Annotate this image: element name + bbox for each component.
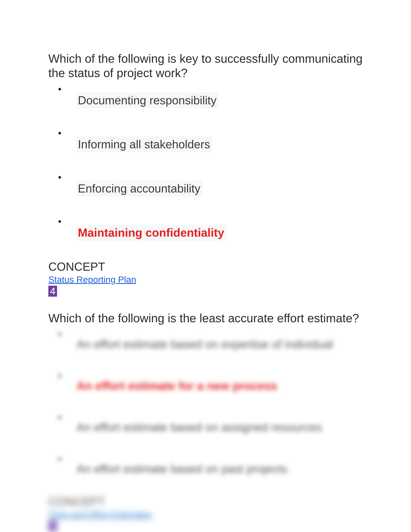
blurred-option-3-text: An effort estimate based on assigned res… [76, 421, 322, 434]
blurred-option-2: An effort estimate for a new process [58, 372, 363, 393]
blurred-option-1: An effort estimate based on expertise of… [58, 330, 363, 351]
option-1: Documenting responsibility [58, 85, 363, 108]
option-3: Enforcing accountability [58, 173, 363, 197]
question-1-options: Documenting responsibility Informing all… [48, 85, 363, 241]
option-4-text: Maintaining confidentiality [76, 225, 226, 241]
question-2-concept-blurred: CONCEPT Time and Effort Estimates 5 [48, 495, 363, 532]
blurred-option-2-text: An effort estimate for a new process [76, 379, 277, 393]
option-1-text: Documenting responsibility [76, 92, 219, 108]
question-1-block: Which of the following is key to success… [48, 52, 363, 297]
question-number-2: 5 [48, 521, 57, 532]
option-2-text: Informing all stakeholders [76, 136, 212, 152]
concept-link-2: Time and Effort Estimates [48, 509, 152, 520]
question-2-options-blurred: An effort estimate based on expertise of… [48, 330, 363, 475]
option-4: Maintaining confidentiality [58, 218, 363, 241]
blurred-option-3: An effort estimate based on assigned res… [58, 413, 363, 434]
concept-label-2: CONCEPT [48, 495, 363, 508]
blurred-option-1-text: An effort estimate based on expertise of… [76, 338, 333, 351]
question-1-text: Which of the following is key to success… [48, 52, 363, 80]
blurred-option-4: An effort estimate based on past project… [58, 455, 363, 475]
blurred-option-4-text: An effort estimate based on past project… [76, 462, 287, 475]
question-number-1: 4 [48, 286, 57, 297]
concept-label-1: CONCEPT [48, 260, 363, 273]
question-2-text: Which of the following is the least accu… [48, 311, 363, 325]
concept-link-1[interactable]: Status Reporting Plan [48, 274, 136, 285]
question-2-block: Which of the following is the least accu… [48, 311, 363, 532]
option-3-text: Enforcing accountability [76, 180, 203, 197]
option-2: Informing all stakeholders [58, 129, 363, 152]
